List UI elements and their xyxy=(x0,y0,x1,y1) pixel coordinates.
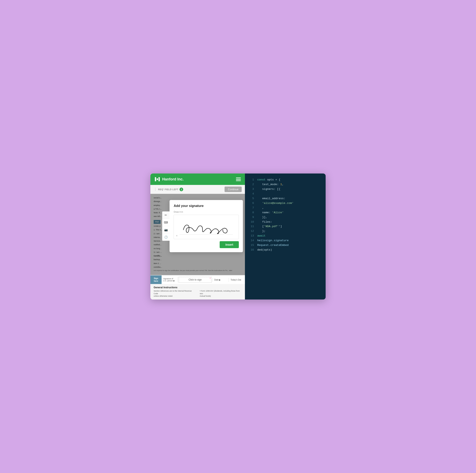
sign-row: Signhere Signature ofU.S. person ▶ Click… xyxy=(150,275,245,284)
token-var: hellosign.signature xyxy=(257,239,289,242)
line-content-11: ['NDA.pdf''] xyxy=(257,224,282,229)
doc-body: social s... disrega... employ... a TIN, … xyxy=(150,194,245,275)
token-str: 'Alice' xyxy=(272,211,284,214)
line-number-11: 11 xyxy=(250,224,254,229)
hamburger-icon[interactable] xyxy=(236,177,241,181)
tab-pen[interactable]: ✏ xyxy=(162,211,170,219)
line-number-1: 1 xyxy=(250,177,254,182)
today-date-cell: Today's Dat xyxy=(229,278,245,282)
code-line-10: 10 files: xyxy=(250,220,321,225)
signature-canvas[interactable]: × xyxy=(174,215,239,239)
doc-header: Hanford Inc. xyxy=(150,174,245,185)
token-plain: [ xyxy=(257,225,264,228)
code-line-7: 7 , xyxy=(250,206,321,210)
instructions-columns: Section references are to the Internal R… xyxy=(154,290,242,298)
date-cell: Date ▶ xyxy=(212,278,229,282)
draw-label: Draw it in xyxy=(174,210,239,213)
line-content-15: Request.createEmbed xyxy=(257,243,289,248)
instructions-col1: Section references are to the Internal R… xyxy=(154,290,196,298)
code-line-8: 8 name: 'Alice' xyxy=(250,210,321,215)
dots-menu[interactable]: ⋮ xyxy=(154,187,157,191)
tab-camera[interactable]: 📷 xyxy=(162,226,170,233)
signature-drawing xyxy=(174,215,238,239)
signature-of-label: Signature ofU.S. person ▶ xyxy=(163,278,175,282)
line-content-6: 'alice@example.com' xyxy=(257,201,293,206)
line-number-10: 10 xyxy=(250,220,254,225)
token-plain: , xyxy=(282,183,284,186)
token-num: 1 xyxy=(280,183,282,186)
line-number-16: 16 xyxy=(250,248,254,252)
line-number-2: 2 xyxy=(250,182,254,187)
signature-modal: ✏ ⌨ 📷 🕐 Add your signature Draw i xyxy=(170,200,243,252)
tab-keyboard[interactable]: ⌨ xyxy=(162,219,170,226)
modal-overlay: ✏ ⌨ 📷 🕐 Add your signature Draw i xyxy=(150,194,245,275)
modal-tabs: ✏ ⌨ 📷 🕐 xyxy=(162,211,170,241)
token-plain: '] xyxy=(279,225,282,228)
token-kw: const xyxy=(257,178,267,181)
logo-text: Hanford Inc. xyxy=(162,177,184,181)
code-line-14: 14hellosign.signature xyxy=(250,238,321,243)
code-line-2: 2 test_mode: 1, xyxy=(250,182,321,187)
token-plain: email_address: xyxy=(257,197,285,200)
line-content-16: ded(opts) xyxy=(257,248,272,252)
line-number-15: 15 xyxy=(250,243,254,248)
clear-signature-button[interactable]: × xyxy=(176,234,177,237)
token-plain: }], xyxy=(257,216,267,219)
click-to-sign-cell[interactable]: Click to sign * xyxy=(179,277,211,282)
line-number-5: 5 xyxy=(250,196,254,201)
code-line-13: 13await xyxy=(250,234,321,238)
token-kw: await xyxy=(257,234,266,237)
token-plain: files: xyxy=(257,220,272,224)
svg-rect-1 xyxy=(157,178,158,180)
general-instructions-title: General Instructions xyxy=(154,286,242,289)
code-line-12: 12 }; xyxy=(250,229,321,234)
logo-area: Hanford Inc. xyxy=(154,176,184,182)
line-content-8: name: 'Alice' xyxy=(257,210,284,215)
pen-icon: ✏ xyxy=(165,213,167,217)
camera-icon: 📷 xyxy=(164,228,168,231)
code-line-4: 4 xyxy=(250,192,321,196)
token-plain: signers: [{ xyxy=(257,188,280,191)
line-content-9: }], xyxy=(257,215,267,220)
doc-toolbar: ⋮ REQ' FIELD LEFT 1 Continue xyxy=(150,185,245,194)
line-number-7: 7 xyxy=(250,206,254,210)
token-str: 'alice@example.com' xyxy=(257,202,293,205)
line-content-14: hellosign.signature xyxy=(257,238,289,243)
code-line-3: 3 signers: [{ xyxy=(250,187,321,192)
line-content-2: test_mode: 1, xyxy=(257,182,284,187)
line-content-12: }; xyxy=(257,229,266,234)
keyboard-icon: ⌨ xyxy=(164,221,168,224)
line-number-4: 4 xyxy=(250,192,254,196)
line-content-1: const opts = { xyxy=(257,177,280,182)
instructions-col2-text: • Form 1099-DIV (dividends, including th… xyxy=(200,290,242,298)
line-content-5: email_address: xyxy=(257,196,285,201)
line-number-8: 8 xyxy=(250,210,254,215)
token-plain: ded(opts) xyxy=(257,248,272,251)
line-content-13: await xyxy=(257,234,266,238)
line-number-13: 13 xyxy=(250,234,254,238)
token-plain: test_mode: xyxy=(257,183,280,186)
general-instructions: General Instructions Section references … xyxy=(150,284,245,299)
insert-button[interactable]: Insert xyxy=(220,241,239,248)
required-star: * xyxy=(210,278,210,280)
continue-button[interactable]: Continue xyxy=(224,187,242,192)
code-line-11: 11 ['NDA.pdf''] xyxy=(250,224,321,229)
sign-here-cell: Signhere xyxy=(150,275,162,284)
line-content-3: signers: [{ xyxy=(257,187,280,192)
code-line-5: 5 email_address: xyxy=(250,196,321,201)
code-line-16: 16ded(opts) xyxy=(250,248,321,252)
code-line-15: 15Request.createEmbed xyxy=(250,243,321,248)
modal-title: Add your signature xyxy=(174,204,239,208)
req-field-label: REQ' FIELD LEFT xyxy=(158,188,178,191)
line-number-6: 6 xyxy=(250,201,254,206)
line-number-3: 3 xyxy=(250,187,254,192)
code-line-9: 9 }], xyxy=(250,215,321,220)
clock-icon: 🕐 xyxy=(164,235,168,239)
line-number-14: 14 xyxy=(250,238,254,243)
svg-rect-0 xyxy=(155,177,156,181)
code-line-6: 6 'alice@example.com' xyxy=(250,201,321,206)
req-count-badge: 1 xyxy=(180,188,183,191)
right-panel: 1const opts = {2 test_mode: 1,3 signers:… xyxy=(245,174,326,299)
tab-clock[interactable]: 🕐 xyxy=(162,233,170,241)
today-date-label: Today's Dat xyxy=(230,279,241,281)
